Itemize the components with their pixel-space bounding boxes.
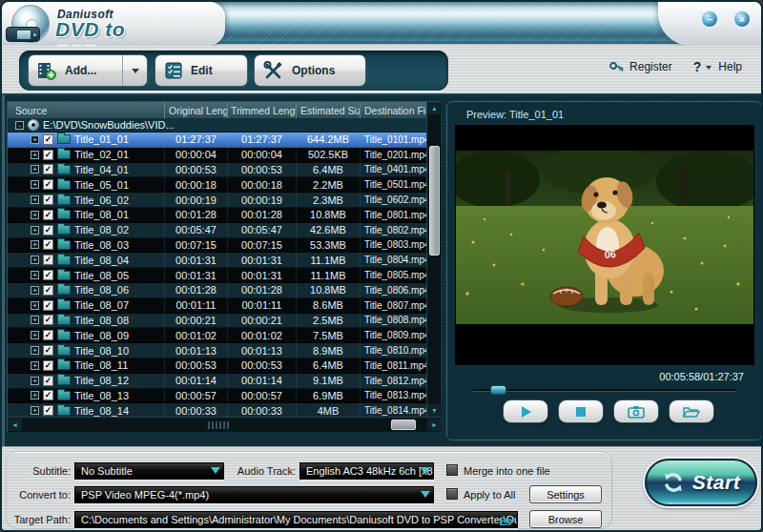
column-header-estimated-size[interactable]: Estimated Size bbox=[297, 102, 361, 118]
edit-button[interactable]: Edit bbox=[155, 54, 248, 87]
scroll-up-icon[interactable]: ▲ bbox=[427, 102, 442, 114]
target-path-input[interactable]: C:\Documents and Settings\Administrator\… bbox=[74, 511, 518, 528]
row-checkbox[interactable]: ✓ bbox=[43, 164, 53, 174]
row-checkbox[interactable]: ✓ bbox=[43, 300, 53, 311]
add-button[interactable]: Add... bbox=[28, 54, 148, 87]
convert-to-dropdown[interactable]: PSP Video MPEG-4(*.mp4) bbox=[74, 486, 434, 503]
scroll-down-icon[interactable]: ▼ bbox=[427, 404, 442, 417]
expand-icon[interactable]: + bbox=[31, 180, 39, 189]
expand-icon[interactable]: + bbox=[31, 377, 39, 385]
expand-icon[interactable]: + bbox=[31, 331, 39, 339]
row-checkbox[interactable]: ✓ bbox=[43, 225, 53, 235]
open-folder-button[interactable] bbox=[669, 399, 714, 423]
expand-icon[interactable]: + bbox=[31, 240, 39, 249]
table-row[interactable]: +✓Title_01_0101:27:3701:27:37644.2MBTitl… bbox=[8, 133, 440, 148]
start-button[interactable]: Start bbox=[645, 459, 757, 506]
play-button[interactable] bbox=[503, 399, 548, 423]
row-checkbox[interactable]: ✓ bbox=[43, 255, 53, 265]
snapshot-button[interactable] bbox=[613, 399, 659, 423]
table-row[interactable]: +✓Title_08_0100:01:2800:01:2810.8MBTitle… bbox=[8, 208, 440, 223]
subtitle-dropdown[interactable]: No Subtitle bbox=[74, 462, 224, 480]
expand-icon[interactable]: + bbox=[31, 135, 39, 144]
row-checkbox[interactable]: ✓ bbox=[43, 179, 53, 190]
expand-icon[interactable]: + bbox=[31, 286, 39, 295]
options-button[interactable]: Options bbox=[254, 54, 366, 87]
table-row[interactable]: +✓Title_06_0200:00:1900:00:192.3MBTitle_… bbox=[8, 193, 440, 208]
expand-icon[interactable]: + bbox=[31, 271, 39, 279]
minimize-button[interactable]: – bbox=[700, 10, 719, 29]
table-row[interactable]: +✓Title_08_0500:01:3100:01:3111.1MBTitle… bbox=[8, 268, 440, 283]
row-checkbox[interactable]: ✓ bbox=[43, 405, 53, 416]
scroll-right-icon[interactable]: ► bbox=[427, 419, 442, 431]
expand-icon[interactable]: + bbox=[31, 346, 39, 355]
tree-root-row[interactable]: - E:\DVD\SnowBuddies\VID... bbox=[8, 118, 440, 133]
row-checkbox[interactable]: ✓ bbox=[43, 345, 53, 356]
help-menu[interactable]: ? Help bbox=[693, 59, 742, 74]
close-button[interactable]: × bbox=[732, 10, 752, 29]
browse-button[interactable]: Browse bbox=[529, 510, 602, 528]
row-checkbox[interactable]: ✓ bbox=[43, 285, 53, 296]
expand-icon[interactable]: + bbox=[31, 226, 39, 235]
table-row[interactable]: +✓Title_08_0600:01:2800:01:2810.8MBTitle… bbox=[8, 283, 440, 298]
table-row[interactable]: +✓Title_05_0100:00:1800:00:182.2MBTitle_… bbox=[8, 177, 440, 193]
expand-icon[interactable]: + bbox=[31, 301, 39, 310]
vertical-scrollbar[interactable]: ▲ ▼ bbox=[426, 102, 441, 417]
row-checkbox[interactable]: ✓ bbox=[43, 194, 53, 205]
expand-icon[interactable]: + bbox=[31, 195, 39, 204]
expand-icon[interactable]: + bbox=[31, 165, 39, 174]
row-checkbox[interactable]: ✓ bbox=[43, 150, 53, 160]
merge-checkbox[interactable] bbox=[446, 464, 458, 476]
register-link[interactable]: Register bbox=[609, 60, 672, 73]
expand-icon[interactable]: + bbox=[31, 361, 39, 370]
column-header-source[interactable]: Source bbox=[8, 102, 165, 118]
horizontal-scrollbar[interactable]: ◄ ► bbox=[8, 417, 442, 432]
collapse-icon[interactable]: - bbox=[15, 121, 24, 130]
table-row[interactable]: +✓Title_08_0700:01:1100:01:118.6MBTitle_… bbox=[8, 298, 440, 314]
row-checkbox[interactable]: ✓ bbox=[43, 270, 53, 280]
seek-slider[interactable] bbox=[472, 389, 737, 392]
table-row[interactable]: +✓Title_08_0400:01:3100:01:3111.1MBTitle… bbox=[8, 253, 440, 268]
row-checkbox[interactable]: ✓ bbox=[43, 390, 53, 400]
table-header: Source Original Length Trimmed Length Es… bbox=[8, 102, 440, 118]
expand-icon[interactable]: + bbox=[31, 406, 39, 415]
file-list-panel: Source Original Length Trimmed Length Es… bbox=[7, 101, 441, 432]
title-label: Title_08_07 bbox=[74, 299, 129, 311]
row-checkbox[interactable]: ✓ bbox=[43, 210, 53, 220]
stop-button[interactable] bbox=[558, 399, 604, 423]
horizontal-scroll-thumb[interactable] bbox=[391, 419, 416, 430]
settings-button[interactable]: Settings bbox=[529, 485, 602, 503]
table-row[interactable]: +✓Title_08_0900:01:0200:01:027.5MBTitle_… bbox=[8, 328, 440, 343]
expand-icon[interactable]: + bbox=[31, 151, 39, 159]
table-row[interactable]: +✓Title_08_1300:00:5700:00:576.9MBTitle_… bbox=[8, 389, 440, 404]
table-row[interactable]: +✓Title_08_1000:01:1300:01:138.9MBTitle_… bbox=[8, 343, 440, 358]
row-checkbox[interactable]: ✓ bbox=[43, 330, 53, 340]
row-checkbox[interactable]: ✓ bbox=[43, 315, 53, 325]
tree-root-label: E:\DVD\SnowBuddies\VID... bbox=[43, 119, 175, 131]
row-checkbox[interactable]: ✓ bbox=[43, 239, 53, 250]
row-checkbox[interactable]: ✓ bbox=[43, 134, 53, 145]
expand-icon[interactable]: + bbox=[31, 256, 39, 264]
column-header-destination-file[interactable]: Destination File bbox=[361, 102, 426, 118]
apply-to-all-checkbox[interactable] bbox=[446, 488, 458, 500]
title-label: Title_08_14 bbox=[74, 405, 129, 417]
audio-track-dropdown[interactable]: English AC3 48kHz 6ch [x80] bbox=[299, 462, 434, 480]
table-row[interactable]: +✓Title_08_0300:07:1500:07:1553.3MBTitle… bbox=[8, 238, 440, 254]
table-row[interactable]: +✓Title_08_0800:00:2100:00:212.5MBTitle_… bbox=[8, 314, 440, 329]
scroll-left-icon[interactable]: ◄ bbox=[8, 419, 22, 431]
expand-icon[interactable]: + bbox=[31, 391, 39, 399]
add-dropdown-arrow[interactable] bbox=[122, 55, 147, 86]
vertical-scroll-thumb[interactable] bbox=[429, 146, 440, 256]
table-row[interactable]: +✓Title_08_1200:01:1400:01:149.1MBTitle_… bbox=[8, 374, 440, 389]
row-checkbox[interactable]: ✓ bbox=[43, 360, 53, 371]
table-row[interactable]: +✓Title_08_1100:00:5300:00:536.4MBTitle_… bbox=[8, 358, 440, 374]
table-row[interactable]: +✓Title_04_0100:00:5300:00:536.4MBTitle_… bbox=[8, 163, 440, 178]
seek-slider-thumb[interactable] bbox=[490, 385, 506, 395]
expand-icon[interactable]: + bbox=[31, 211, 39, 219]
source-cell: +✓Title_06_02 bbox=[8, 193, 165, 207]
table-row[interactable]: +✓Title_08_0200:05:4700:05:4742.6MBTitle… bbox=[8, 223, 440, 238]
column-header-trimmed-length[interactable]: Trimmed Length bbox=[228, 102, 297, 118]
column-header-original-length[interactable]: Original Length bbox=[165, 102, 228, 118]
table-row[interactable]: +✓Title_02_0100:00:0400:00:04502.5KBTitl… bbox=[8, 148, 440, 163]
expand-icon[interactable]: + bbox=[31, 316, 39, 324]
row-checkbox[interactable]: ✓ bbox=[43, 376, 53, 386]
